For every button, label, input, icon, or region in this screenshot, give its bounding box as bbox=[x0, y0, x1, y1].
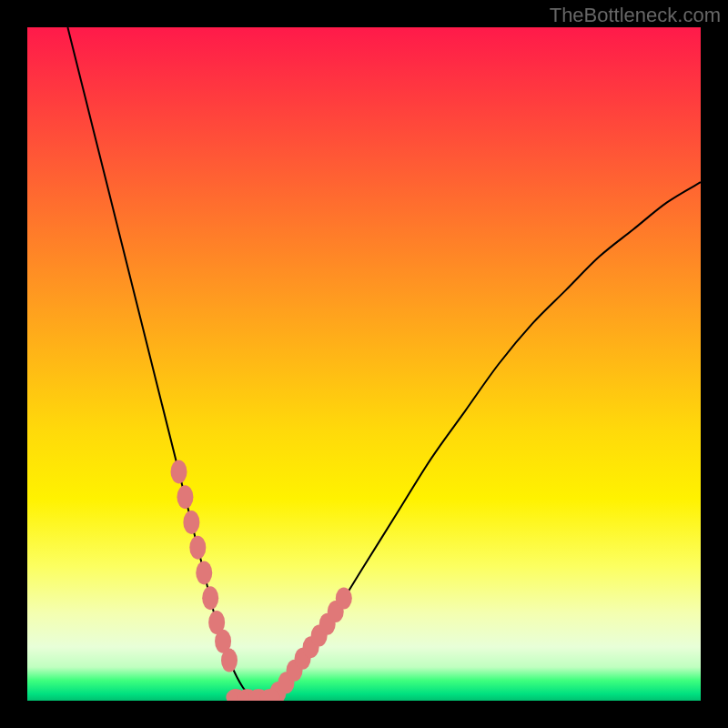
chart-container: TheBottleneck.com bbox=[0, 0, 728, 728]
marker-dot bbox=[189, 536, 206, 560]
marker-dot bbox=[196, 561, 212, 584]
plot-area bbox=[27, 27, 701, 701]
chart-svg bbox=[27, 27, 701, 701]
watermark-text: TheBottleneck.com bbox=[550, 4, 721, 27]
marker-dot bbox=[183, 511, 199, 534]
marker-dot bbox=[171, 460, 187, 483]
marker-dot bbox=[221, 649, 238, 672]
marker-dot bbox=[177, 485, 193, 509]
dotted-markers bbox=[171, 460, 352, 701]
bottleneck-curve bbox=[67, 27, 701, 701]
marker-dot bbox=[202, 586, 218, 610]
marker-dot bbox=[336, 588, 352, 610]
